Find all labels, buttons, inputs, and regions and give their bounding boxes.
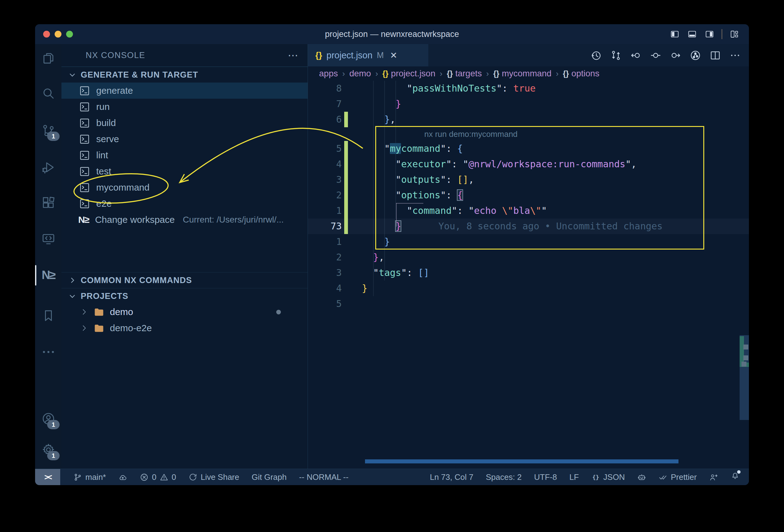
activity-item-more-views[interactable] (35, 339, 61, 365)
toggle-primary-sidebar-icon[interactable] (670, 29, 680, 39)
terminal-icon (79, 85, 90, 96)
compare-changes-icon[interactable] (610, 50, 622, 61)
project-item-demo-e2e[interactable]: demo-e2e (61, 320, 308, 336)
gutter-open-change-icon[interactable] (650, 50, 662, 61)
code-token (362, 205, 407, 216)
status-encoding[interactable]: UTF-8 (534, 472, 557, 482)
gutter-change-bar (344, 281, 348, 296)
section-generate-run-target[interactable]: GENERATE & RUN TARGET (61, 67, 308, 83)
status-formatter[interactable]: Prettier (659, 472, 697, 482)
activity-badge: 1 (47, 420, 60, 429)
breadcrumb-item-targets[interactable]: {}targets (447, 68, 482, 79)
codelens-run-command[interactable]: nx run demo:mycommand (424, 127, 518, 141)
breadcrumb-item-options[interactable]: {}options (563, 68, 600, 79)
activity-item-nx-console[interactable]: N≥ (35, 262, 61, 288)
project-item-demo[interactable]: demo (61, 304, 308, 320)
gutter-change-bar (344, 127, 348, 141)
status-live-share[interactable]: Live Share (188, 472, 239, 482)
tab-project-json[interactable]: {} project.json M ✕ (308, 44, 428, 66)
sidebar-item-lint[interactable]: lint (61, 147, 308, 163)
toggle-secondary-sidebar-icon[interactable] (704, 29, 715, 39)
breadcrumb-item-mycommand[interactable]: {}mycommand (493, 68, 552, 79)
status-indentation[interactable]: Spaces: 2 (486, 472, 522, 482)
status-robot[interactable] (637, 473, 646, 482)
sidebar-item-change-workspace[interactable]: N≥ Change workspace Current: /Users/juri… (61, 212, 308, 228)
customize-layout-icon[interactable] (729, 29, 739, 39)
close-tab-icon[interactable]: ✕ (390, 50, 397, 60)
activity-item-accounts[interactable]: 1 (35, 405, 61, 432)
line-number: 5 (308, 141, 342, 157)
activity-item-search[interactable] (35, 80, 61, 107)
sidebar-item-test[interactable]: test (61, 163, 308, 179)
sidebar-item-mycommand[interactable]: mycommand (61, 179, 308, 196)
split-editor-icon[interactable] (709, 50, 721, 61)
activity-item-settings[interactable]: 1 (35, 437, 61, 463)
breadcrumb-item-project.json[interactable]: {}project.json (382, 68, 436, 79)
breadcrumb-item-demo[interactable]: demo (349, 68, 371, 79)
status-vim-mode[interactable]: -- NORMAL -- (299, 472, 348, 482)
history-icon[interactable] (590, 50, 602, 61)
line-number: 73 (308, 219, 342, 234)
line-number: 6 (308, 112, 342, 127)
status-label: Live Share (200, 472, 239, 482)
code-token: } (373, 252, 379, 262)
toggle-panel-icon[interactable] (687, 29, 697, 39)
code-token: " (407, 83, 413, 94)
status-git-graph[interactable]: Git Graph (252, 472, 287, 482)
activity-item-remote-explorer[interactable] (35, 226, 61, 252)
activity-badge: 1 (47, 451, 60, 460)
sidebar-item-e2e[interactable]: e2e (61, 196, 308, 212)
activity-item-source-control[interactable]: 1 (35, 117, 61, 143)
status-notifications[interactable] (731, 472, 739, 483)
breadcrumb-label: demo (349, 68, 371, 79)
code-token: passWithNoTests (413, 83, 497, 94)
gutter-change-bar (344, 234, 348, 250)
code-token: command (413, 205, 452, 216)
activity-item-bookmarks[interactable] (35, 302, 61, 329)
code-token: , (631, 159, 637, 169)
gutter-next-change-icon[interactable] (670, 50, 681, 61)
remote-indicator[interactable]: >< (35, 469, 60, 485)
status-eol[interactable]: LF (569, 472, 579, 482)
breadcrumb-item-apps[interactable]: apps (319, 68, 338, 79)
sidebar-more-actions[interactable]: ⋯ (288, 49, 299, 61)
activity-item-extensions[interactable] (35, 189, 61, 216)
code-line: 4} (308, 281, 749, 296)
code-token: " (441, 190, 446, 200)
target-label: run (96, 102, 110, 112)
activity-item-run-and-debug[interactable] (35, 154, 61, 180)
code-text: } (362, 281, 367, 296)
titlebar-separator (722, 29, 722, 39)
search-icon (41, 86, 56, 101)
breadcrumb-separator: › (556, 69, 559, 79)
more-actions-icon[interactable] (729, 50, 741, 61)
horizontal-scrollbar[interactable] (365, 459, 678, 464)
status-problems[interactable]: 00 (140, 472, 176, 482)
status-git-branch[interactable]: main* (73, 472, 106, 482)
code-token: command (401, 143, 440, 154)
status-cursor-position[interactable]: Ln 73, Col 7 (430, 472, 473, 482)
status-language-mode[interactable]: {}JSON (591, 472, 625, 482)
status-label: main* (85, 472, 106, 482)
section-common-nx-commands[interactable]: COMMON NX COMMANDS (61, 272, 308, 288)
gutter-previous-change-icon[interactable] (630, 50, 642, 61)
code-text: "command": "echo \"bla\"" (362, 203, 547, 219)
sidebar-item-generate[interactable]: generate (61, 83, 308, 99)
breadcrumb-separator: › (486, 69, 489, 79)
sidebar-item-serve[interactable]: serve (61, 131, 308, 147)
overview-ruler-cursor-mark (741, 362, 747, 367)
commit-graph-icon[interactable] (690, 50, 701, 61)
sidebar-item-run[interactable]: run (61, 99, 308, 115)
code-token: } (362, 283, 367, 293)
code-text: "passWithNoTests": true (362, 81, 536, 96)
breadcrumb-label: apps (319, 68, 338, 79)
section-projects[interactable]: PROJECTS (61, 288, 308, 304)
sidebar-item-build[interactable]: build (61, 115, 308, 131)
code-line: 7 } (308, 96, 749, 112)
status-sync[interactable] (118, 473, 127, 482)
status-accounts-sync[interactable] (709, 473, 718, 482)
chevron-down-icon (68, 71, 76, 79)
code-token: " (541, 205, 547, 216)
activity-item-explorer[interactable] (35, 45, 61, 71)
code-editor[interactable]: 8 "passWithNoTests": true7 }6 },nx run d… (308, 81, 749, 469)
